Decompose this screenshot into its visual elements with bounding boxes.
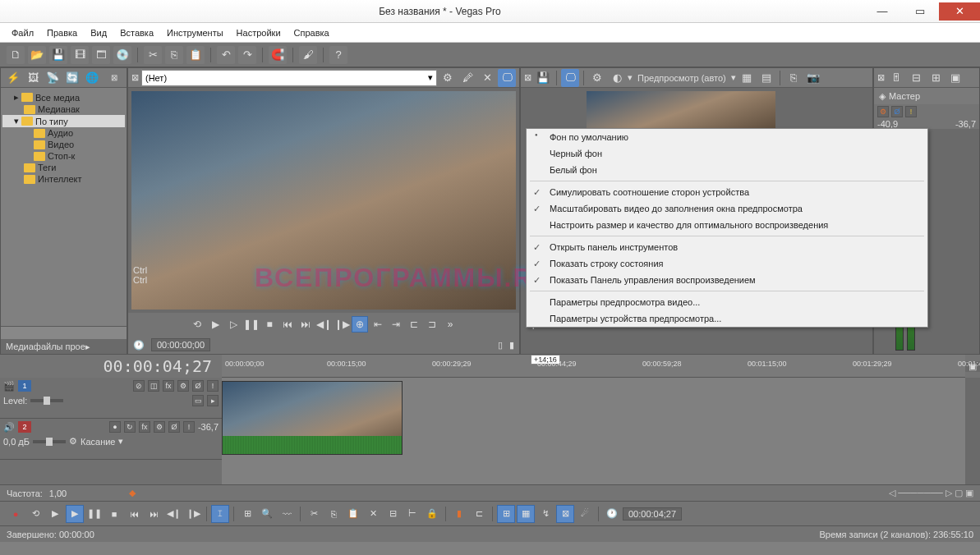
track-fx-icon[interactable]: fx [163,380,174,392]
paste-icon[interactable]: 📋 [186,46,205,64]
pause-icon[interactable]: ❚❚ [243,316,260,333]
maximize-button[interactable]: ▭ [901,2,939,21]
menu-file[interactable]: Файл [7,26,39,39]
save-icon[interactable]: 🖉 [458,69,476,87]
scrollbar-h[interactable] [1,326,127,339]
chevron-down-icon[interactable]: ▾ [118,436,123,447]
level-slider[interactable] [30,399,63,402]
mute-icon[interactable]: Ø [192,380,204,392]
prev-frame-icon[interactable]: ◀❙ [315,316,332,333]
minimize-button[interactable]: — [863,2,901,21]
record-icon[interactable]: ● [7,505,25,523]
zoom-controls[interactable]: ◁ ─────── ▷ ▢ ▣ [889,488,973,498]
insert-icon[interactable]: ⊞ [927,69,945,87]
loop-icon[interactable]: ⟲ [26,505,44,523]
delete-icon[interactable]: ✕ [478,69,496,87]
automation-icon[interactable]: ⚙ [877,106,889,117]
panel-tab[interactable]: Медиафайлы прое ▸ [1,339,127,354]
mixer-icon[interactable]: 🎚 [887,69,905,87]
tree-mediagen[interactable]: Медианак [2,103,125,115]
trim-icon[interactable]: ⊟ [384,505,402,523]
volume-slider[interactable] [33,440,66,443]
mute-icon[interactable]: Ø [168,421,180,433]
new-icon[interactable]: 🗋 [7,46,25,64]
close-panel-icon[interactable]: ⊠ [524,72,532,83]
vol-label[interactable]: 0,0 дБ [3,437,30,447]
quantize-icon[interactable]: ☄ [576,505,594,523]
loop-icon[interactable]: ⟲ [189,316,205,333]
save-icon[interactable]: 💾 [49,46,67,64]
rate-indicator-icon[interactable]: ◆ [129,488,136,498]
menu-show-playback[interactable]: Показать Панель управления воспроизведен… [527,272,927,288]
media-dropdown[interactable]: (Нет)▾ [141,70,437,86]
timecode-display[interactable]: 00:00:00;00 [151,338,210,351]
gear-icon[interactable]: ⚙ [69,436,77,447]
selection-icon[interactable]: ⊞ [238,505,256,523]
normal-edit-icon[interactable]: 𝙸 [211,505,229,523]
monitor-icon[interactable]: 🖵 [498,69,516,87]
automation-icon[interactable]: ⚙ [154,421,165,433]
close-panel-icon[interactable]: ⊠ [131,72,140,83]
next-frame-icon[interactable]: ❙▶ [334,316,350,333]
close-button[interactable]: ✕ [939,2,980,21]
media-icon[interactable]: 🖼 [24,69,42,87]
delete-icon[interactable]: ✕ [364,505,382,523]
menu-open-toolbar[interactable]: Открыть панель инструментов [527,239,927,255]
bypass-fx-icon[interactable]: ⊘ [133,380,145,392]
chevron-down-icon[interactable]: ▾ [731,72,736,83]
undo-icon[interactable]: ↶ [217,46,235,64]
menu-insert[interactable]: Вставка [115,26,159,39]
arm-record-icon[interactable]: ● [109,421,121,433]
cut-icon[interactable]: ✂ [305,505,323,523]
prev-frame-icon[interactable]: ◀❙ [164,505,182,523]
menu-config-size[interactable]: Настроить размер и качество для оптималь… [527,217,927,233]
menu-help[interactable]: Справка [289,26,334,39]
time-ruler[interactable]: +14;16 00:00:00;00 00:00:15;00 00:00:29;… [222,355,965,378]
redo-icon[interactable]: ↷ [238,46,256,64]
play2-icon[interactable]: ▷ [225,316,242,333]
menu-scale-video[interactable]: Масштабировать видео до заполнения окна … [527,200,927,217]
menu-white-bg[interactable]: Белый фон [527,162,927,178]
track-content[interactable] [222,378,965,484]
tree-bytype[interactable]: ▾ По типу [2,115,125,127]
video-clip[interactable] [222,381,403,455]
snap-grid-icon[interactable]: ▦ [517,505,535,523]
dim-icon[interactable]: ▣ [946,69,964,87]
more-icon[interactable]: » [442,316,458,333]
zoom-icon[interactable]: 🔍 [258,505,276,523]
play-start-icon[interactable]: ▶ [46,505,64,523]
add-to-timeline-icon[interactable]: ⊕ [352,316,368,333]
auto-ripple-icon[interactable]: ↯ [536,505,554,523]
cut-icon[interactable]: ✂ [144,46,162,64]
rate-value[interactable]: 1,00 [49,488,67,498]
preview-quality-label[interactable]: Предпросмотр (авто) [634,73,729,83]
automation-icon[interactable]: ⚙ [177,380,189,392]
out-icon[interactable]: ⇥ [388,316,404,333]
menu-device-params[interactable]: Параметры устройства предпросмотра... [527,310,927,327]
end-icon[interactable]: ⏭ [297,316,314,333]
copy-icon[interactable]: ⎘ [165,46,183,64]
menu-edit[interactable]: Правка [42,26,82,39]
in-icon[interactable]: ⇤ [370,316,386,333]
solo-icon[interactable]: ! [905,106,917,117]
cursor-timecode[interactable]: 00:00:04;27 [0,356,222,376]
spatula-icon[interactable]: 🖌 [299,46,317,64]
touch-label[interactable]: Касание [81,437,115,447]
render-icon[interactable]: 🎞 [71,46,89,64]
menu-show-status[interactable]: Показать строку состояния [527,255,927,272]
video-track-header[interactable]: 🎬 1 ⊘ ◫ fx ⚙ Ø ! Level: ▭ ▸ [0,378,222,419]
transport-timecode[interactable]: 00:00:04;27 [623,507,682,521]
out2-icon[interactable]: ⊐ [424,316,440,333]
go-start-icon[interactable]: ⏮ [125,505,143,523]
tree-tags[interactable]: Теги [2,162,125,173]
trimmer-video[interactable] [131,91,516,310]
parent-icon[interactable]: ▸ [207,395,219,406]
stop-icon[interactable]: ■ [261,316,278,333]
snapshot-icon[interactable]: 📷 [804,69,822,87]
tree-root[interactable]: ▸ Все медиа [2,91,125,103]
globe-icon[interactable]: 🌐 [83,69,101,87]
menu-options[interactable]: Настройки [232,26,286,39]
menu-tools[interactable]: Инструменты [162,26,228,39]
play-icon[interactable]: ▶ [207,316,223,333]
tree-audio[interactable]: Аудио [2,127,125,139]
